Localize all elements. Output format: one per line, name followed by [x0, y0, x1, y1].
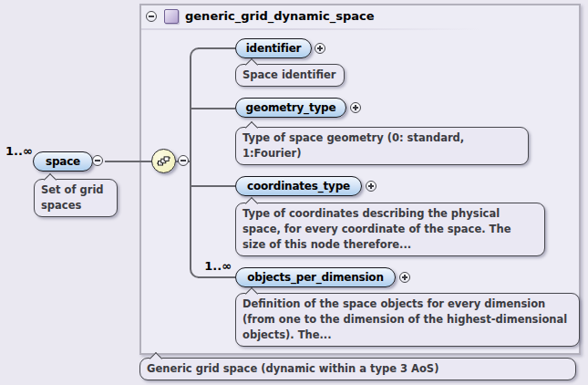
- annotation-container: Generic grid space (dynamic within a typ…: [139, 358, 576, 380]
- connector-line: [191, 108, 235, 109]
- connector-line: [198, 47, 235, 49]
- sequence-icon: [156, 153, 171, 169]
- root-cardinality: 1..∞: [5, 144, 33, 158]
- element-identifier[interactable]: identifier: [235, 38, 312, 58]
- objects-per-dimension-cardinality: 1..∞: [199, 259, 232, 273]
- element-space-label: space: [46, 155, 80, 168]
- annotation-coordinates-type: Type of coordinates describing the physi…: [235, 203, 545, 256]
- complex-type-title: generic_grid_dynamic_space: [185, 9, 375, 23]
- annotation-identifier: Space identifier: [235, 64, 345, 87]
- expand-identifier-icon[interactable]: [315, 43, 325, 54]
- element-space[interactable]: space: [33, 151, 93, 172]
- complex-type-square-icon: [164, 9, 179, 24]
- element-coordinates-type-label: coordinates_type: [247, 180, 350, 192]
- element-coordinates-type[interactable]: coordinates_type: [235, 176, 362, 196]
- connector-line: [198, 276, 235, 278]
- connector-line: [105, 161, 152, 162]
- element-identifier-label: identifier: [246, 42, 302, 55]
- element-objects-per-dimension-label: objects_per_dimension: [247, 271, 383, 284]
- expand-geometry-type-icon[interactable]: [350, 102, 361, 113]
- connector-trunk: [190, 57, 191, 269]
- collapse-space-icon[interactable]: [92, 155, 103, 166]
- annotation-space: Set of grid spaces: [34, 179, 118, 217]
- schema-diagram: generic_grid_dynamic_space 1..∞ space Se…: [0, 0, 588, 385]
- expand-coordinates-type-icon[interactable]: [366, 181, 377, 192]
- collapse-sequence-icon[interactable]: [178, 155, 189, 166]
- annotation-geometry-type: Type of space geometry (0: standard, 1:F…: [235, 127, 529, 165]
- element-geometry-type-label: geometry_type: [246, 101, 336, 114]
- expand-objects-per-dimension-icon[interactable]: [399, 272, 410, 283]
- sequence-compositor[interactable]: [151, 149, 176, 173]
- collapse-container-icon[interactable]: [146, 11, 157, 22]
- connector-line: [191, 185, 235, 187]
- header-separator: [141, 28, 480, 30]
- annotation-objects-per-dimension: Definition of the space objects for ever…: [235, 293, 580, 347]
- element-geometry-type[interactable]: geometry_type: [235, 98, 346, 118]
- element-objects-per-dimension[interactable]: objects_per_dimension: [235, 267, 396, 287]
